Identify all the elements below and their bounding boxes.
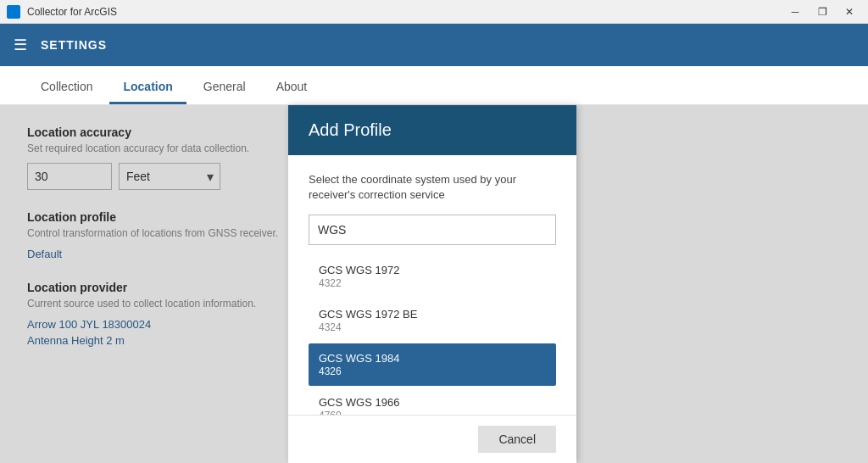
- restore-button[interactable]: ❐: [810, 0, 834, 24]
- nav-tabs: Collection Location General About: [0, 66, 868, 105]
- modal-instruction: Select the coordinate system used by you…: [309, 172, 556, 203]
- coordinate-search-input[interactable]: [309, 215, 556, 245]
- tab-general[interactable]: General: [190, 71, 259, 104]
- result-code-gcs-wgs-1984: 4326: [319, 365, 546, 377]
- app-title: Collector for ArcGIS: [27, 6, 117, 18]
- result-item-gcs-wgs-1984[interactable]: GCS WGS 1984 4326: [309, 343, 556, 386]
- tab-collection[interactable]: Collection: [27, 71, 106, 104]
- result-item-gcs-wgs-1972-be[interactable]: GCS WGS 1972 BE 4324: [309, 299, 556, 342]
- modal-body: Select the coordinate system used by you…: [288, 155, 576, 415]
- result-name-gcs-wgs-1972: GCS WGS 1972: [319, 264, 546, 276]
- title-bar-controls: ─ ❐ ✕: [783, 0, 861, 24]
- result-item-gcs-wgs-1966[interactable]: GCS WGS 1966 4760: [309, 388, 556, 415]
- result-code-gcs-wgs-1972: 4322: [319, 277, 546, 289]
- title-bar: Collector for ArcGIS ─ ❐ ✕: [0, 0, 868, 24]
- add-profile-modal: Add Profile Select the coordinate system…: [288, 105, 576, 463]
- result-name-gcs-wgs-1966: GCS WGS 1966: [319, 396, 546, 409]
- modal-header: Add Profile: [288, 105, 576, 155]
- cancel-button[interactable]: Cancel: [478, 426, 556, 453]
- app-icon: [7, 5, 20, 19]
- app-header: ☰ SETTINGS: [0, 24, 868, 66]
- result-name-gcs-wgs-1984: GCS WGS 1984: [319, 352, 546, 365]
- tab-location[interactable]: Location: [109, 71, 186, 104]
- close-button[interactable]: ✕: [837, 0, 861, 24]
- hamburger-icon[interactable]: ☰: [14, 36, 27, 54]
- settings-title: SETTINGS: [41, 38, 107, 52]
- result-list: GCS WGS 1972 4322 GCS WGS 1972 BE 4324 G…: [309, 255, 556, 415]
- title-bar-left: Collector for ArcGIS: [7, 5, 117, 19]
- modal-footer: Cancel: [288, 415, 576, 463]
- result-name-gcs-wgs-1972-be: GCS WGS 1972 BE: [319, 308, 546, 321]
- modal-overlay: Add Profile Select the coordinate system…: [0, 105, 868, 463]
- modal-title: Add Profile: [309, 120, 556, 140]
- minimize-button[interactable]: ─: [783, 0, 807, 24]
- result-code-gcs-wgs-1972-be: 4324: [319, 321, 546, 333]
- result-item-gcs-wgs-1972[interactable]: GCS WGS 1972 4322: [309, 255, 556, 298]
- main-content: Location accuracy Set required location …: [0, 105, 868, 463]
- tab-about[interactable]: About: [263, 71, 321, 104]
